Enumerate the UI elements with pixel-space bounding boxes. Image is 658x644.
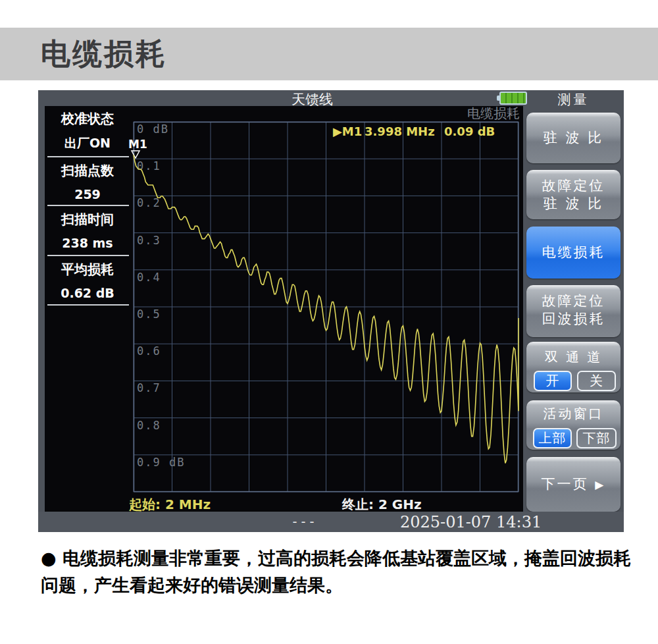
button-label: 下一页 (542, 476, 589, 492)
param-value: 238 ms (45, 236, 130, 250)
svg-text:0.8: 0.8 (137, 419, 161, 432)
svg-text:0.9 dB: 0.9 dB (137, 456, 185, 469)
button-vswr[interactable]: 驻 波 比 (526, 113, 620, 163)
divider (47, 156, 129, 157)
measurement-panel: 电缆损耗 校准状态 出厂ON 扫描点数 259 扫描时间 238 ms 平均损耗… (45, 106, 523, 512)
param-label: 校准状态 (45, 110, 130, 128)
softkey-menu: 驻 波 比 故障定位 驻 波 比 电缆损耗 故障定位 回波损耗 双 通 道 开 … (523, 106, 624, 512)
active-window-upper-button[interactable]: 上部 (533, 428, 572, 448)
status-dashes: --- (291, 514, 316, 529)
divider (47, 304, 129, 306)
param-label: 扫描时间 (45, 211, 130, 228)
description-paragraph: ● 电缆损耗测量非常重要，过高的损耗会降低基站覆盖区域，掩盖回波损耗 问题，产生… (41, 545, 636, 599)
mode-label: 电缆损耗 (467, 105, 520, 122)
description-line: 问题，产生看起来好的错误测量结果。 (41, 572, 636, 599)
button-cable-loss[interactable]: 电缆损耗 (526, 227, 620, 279)
stop-frequency-label: 终止: 2 GHz (342, 496, 422, 514)
button-label: 双 通 道 (526, 342, 620, 366)
button-dtf-vswr[interactable]: 故障定位 驻 波 比 (526, 170, 620, 219)
param-label: 平均损耗 (45, 261, 130, 279)
svg-text:0.1: 0.1 (137, 159, 161, 173)
start-label: 起始: (129, 496, 161, 512)
button-next-page[interactable]: 下一页 ▶ (526, 457, 620, 512)
button-label: 回波损耗 (526, 310, 620, 328)
divider (47, 255, 129, 256)
start-value: 2 MHz (165, 496, 211, 512)
button-active-window[interactable]: 活动窗口 上部 下部 (526, 400, 620, 450)
button-label: 活动窗口 (526, 400, 620, 423)
svg-text:0 dB: 0 dB (137, 122, 169, 136)
svg-text:3.998 MHz: 3.998 MHz (365, 124, 435, 138)
button-label: 电缆损耗 (526, 227, 620, 279)
param-label: 扫描点数 (45, 162, 130, 180)
param-sweep-points: 扫描点数 259 (45, 162, 130, 201)
active-window-lower-button[interactable]: 下部 (576, 428, 617, 448)
svg-text:0.4: 0.4 (137, 271, 161, 284)
next-page-arrow-icon: ▶ (595, 478, 605, 491)
cable-loss-plot: 0 dB0.10.20.30.40.50.60.70.80.9 dB▶M13.9… (134, 122, 519, 492)
page-heading-band: 电缆损耗 (0, 28, 658, 80)
param-calibration-status: 校准状态 出厂ON (45, 110, 130, 152)
button-label: 故障定位 (526, 285, 620, 310)
svg-text:M1: M1 (128, 138, 147, 151)
svg-text:▶M1: ▶M1 (333, 124, 362, 138)
svg-text:0.09 dB: 0.09 dB (444, 124, 495, 138)
instrument-screen: 天馈线 测量 电缆损耗 校准状态 出厂ON 扫描点数 259 扫描时间 238 … (38, 90, 624, 532)
status-bar: --- 2025-01-07 14:31 (38, 512, 624, 532)
stop-value: 2 GHz (378, 496, 422, 512)
button-label: 驻 波 比 (526, 113, 620, 163)
param-average-loss: 平均损耗 0.62 dB (45, 261, 130, 300)
button-label: 驻 波 比 (526, 195, 620, 213)
button-label: 故障定位 (526, 170, 620, 195)
param-value: 出厂ON (45, 135, 130, 152)
button-dual-channel[interactable]: 双 通 道 开 关 (526, 342, 620, 392)
status-datetime: 2025-01-07 14:31 (400, 513, 542, 531)
param-value: 0.62 dB (45, 286, 130, 300)
param-sweep-time: 扫描时间 238 ms (45, 211, 130, 250)
svg-text:0.3: 0.3 (137, 234, 161, 247)
svg-text:0.7: 0.7 (137, 381, 161, 394)
param-value: 259 (45, 187, 130, 201)
svg-text:0.6: 0.6 (137, 344, 161, 358)
svg-text:0.2: 0.2 (137, 196, 161, 209)
page-title: 电缆损耗 (41, 34, 167, 74)
description-line: ● 电缆损耗测量非常重要，过高的损耗会降低基站覆盖区域，掩盖回波损耗 (41, 545, 636, 572)
button-dtf-return-loss[interactable]: 故障定位 回波损耗 (526, 285, 620, 337)
dual-channel-on-button[interactable]: 开 (534, 371, 572, 391)
screen-titlebar: 天馈线 测量 (38, 90, 624, 106)
dual-channel-off-button[interactable]: 关 (577, 371, 616, 391)
divider (47, 205, 129, 206)
stop-label: 终止: (342, 496, 374, 512)
start-frequency-label: 起始: 2 MHz (129, 496, 211, 514)
svg-text:0.5: 0.5 (137, 308, 161, 321)
